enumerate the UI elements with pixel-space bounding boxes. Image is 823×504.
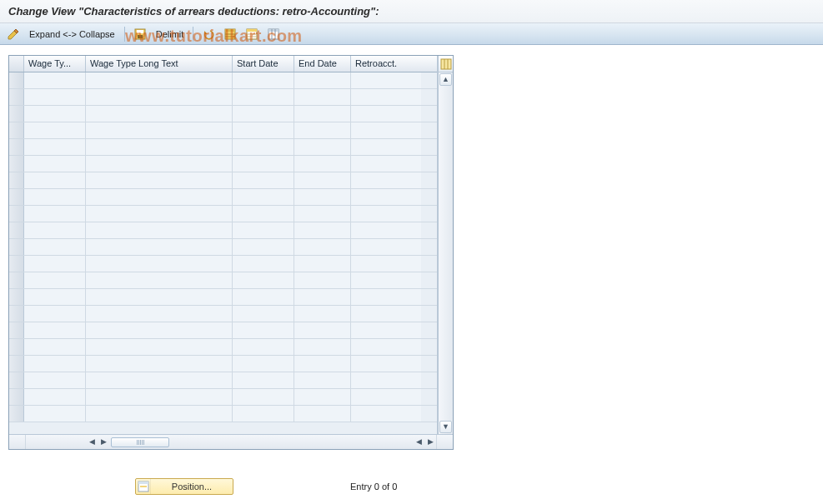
cell-retroacct[interactable]	[351, 189, 421, 205]
expand-collapse-button[interactable]: Expand <-> Collapse	[27, 29, 118, 39]
cell-wage-type-long[interactable]	[86, 356, 233, 372]
cell-end-date[interactable]	[294, 189, 351, 205]
cell-end-date[interactable]	[294, 239, 351, 255]
select-all-icon[interactable]	[222, 26, 238, 42]
cell-start-date[interactable]	[233, 306, 294, 322]
row-selector[interactable]	[9, 356, 24, 372]
row-selector[interactable]	[9, 406, 24, 422]
cell-wage-type-long[interactable]	[86, 222, 233, 238]
cell-retroacct[interactable]	[351, 256, 421, 272]
cell-wage-type-long[interactable]	[86, 156, 233, 172]
row-selector[interactable]	[9, 239, 24, 255]
row-selector[interactable]	[9, 372, 24, 388]
cell-end-date[interactable]	[294, 206, 351, 222]
cell-start-date[interactable]	[233, 289, 294, 305]
cell-wage-type-long[interactable]	[86, 322, 233, 338]
row-selector[interactable]	[9, 189, 24, 205]
cell-wage-type[interactable]	[24, 222, 86, 238]
cell-wage-type[interactable]	[24, 89, 86, 105]
cell-start-date[interactable]	[233, 239, 294, 255]
cell-start-date[interactable]	[233, 122, 294, 138]
cell-end-date[interactable]	[294, 89, 351, 105]
cell-end-date[interactable]	[294, 72, 351, 88]
column-header-wage-type-long[interactable]: Wage Type Long Text	[86, 56, 233, 72]
cell-start-date[interactable]	[233, 106, 294, 122]
row-selector[interactable]	[9, 256, 24, 272]
cell-retroacct[interactable]	[351, 72, 421, 88]
cell-end-date[interactable]	[294, 306, 351, 322]
cell-wage-type-long[interactable]	[86, 406, 233, 422]
cell-wage-type-long[interactable]	[86, 72, 233, 88]
cell-start-date[interactable]	[233, 272, 294, 288]
deselect-all-icon[interactable]	[243, 26, 260, 42]
scroll-left-button[interactable]: ◀	[86, 437, 98, 448]
cell-wage-type[interactable]	[24, 339, 86, 355]
scroll-right-prev-button[interactable]: ◀	[413, 437, 424, 448]
cell-wage-type[interactable]	[24, 122, 86, 138]
edit-icon[interactable]	[5, 26, 22, 42]
cell-retroacct[interactable]	[351, 289, 421, 305]
cell-wage-type[interactable]	[24, 239, 86, 255]
row-selector[interactable]	[9, 289, 24, 305]
cell-retroacct[interactable]	[351, 389, 421, 405]
cell-wage-type-long[interactable]	[86, 106, 233, 122]
row-selector[interactable]	[9, 272, 24, 288]
column-header-retroacct[interactable]: Retroacct.	[351, 56, 421, 72]
cell-end-date[interactable]	[294, 339, 351, 355]
vscroll-track[interactable]	[439, 87, 453, 420]
cell-end-date[interactable]	[294, 389, 351, 405]
cell-wage-type[interactable]	[24, 139, 86, 155]
cell-wage-type[interactable]	[24, 72, 86, 88]
cell-end-date[interactable]	[294, 322, 351, 338]
cell-wage-type-long[interactable]	[86, 89, 233, 105]
cell-wage-type-long[interactable]	[86, 139, 233, 155]
cell-end-date[interactable]	[294, 406, 351, 422]
cell-wage-type-long[interactable]	[86, 389, 233, 405]
cell-retroacct[interactable]	[351, 406, 421, 422]
cell-end-date[interactable]	[294, 289, 351, 305]
cell-retroacct[interactable]	[351, 172, 421, 188]
cell-retroacct[interactable]	[351, 106, 421, 122]
cell-wage-type-long[interactable]	[86, 306, 233, 322]
cell-retroacct[interactable]	[351, 372, 421, 388]
cell-wage-type[interactable]	[24, 206, 86, 222]
undo-icon[interactable]	[200, 26, 217, 42]
cell-start-date[interactable]	[233, 89, 294, 105]
cell-start-date[interactable]	[233, 356, 294, 372]
cell-retroacct[interactable]	[351, 239, 421, 255]
row-selector[interactable]	[9, 222, 24, 238]
cell-end-date[interactable]	[294, 139, 351, 155]
hscroll-thumb[interactable]	[111, 437, 169, 447]
cell-end-date[interactable]	[294, 356, 351, 372]
cell-end-date[interactable]	[294, 222, 351, 238]
cell-start-date[interactable]	[233, 372, 294, 388]
row-selector[interactable]	[9, 89, 24, 105]
row-selector[interactable]	[9, 339, 24, 355]
cell-retroacct[interactable]	[351, 156, 421, 172]
row-selector[interactable]	[9, 72, 24, 88]
cell-retroacct[interactable]	[351, 139, 421, 155]
column-header-start-date[interactable]: Start Date	[233, 56, 294, 72]
cell-start-date[interactable]	[233, 256, 294, 272]
cell-retroacct[interactable]	[351, 272, 421, 288]
cell-wage-type[interactable]	[24, 289, 86, 305]
save-icon[interactable]	[132, 26, 148, 42]
table-settings-icon[interactable]	[265, 26, 282, 42]
row-selector[interactable]	[9, 122, 24, 138]
cell-end-date[interactable]	[294, 272, 351, 288]
cell-end-date[interactable]	[294, 156, 351, 172]
cell-wage-type-long[interactable]	[86, 122, 233, 138]
cell-wage-type[interactable]	[24, 306, 86, 322]
row-selector[interactable]	[9, 389, 24, 405]
cell-wage-type[interactable]	[24, 356, 86, 372]
cell-wage-type-long[interactable]	[86, 239, 233, 255]
cell-retroacct[interactable]	[351, 322, 421, 338]
position-button[interactable]: Position...	[135, 478, 233, 495]
cell-start-date[interactable]	[233, 139, 294, 155]
cell-start-date[interactable]	[233, 206, 294, 222]
cell-retroacct[interactable]	[351, 356, 421, 372]
cell-start-date[interactable]	[233, 156, 294, 172]
cell-wage-type-long[interactable]	[86, 372, 233, 388]
column-header-wage-type[interactable]: Wage Ty...	[24, 56, 86, 72]
cell-retroacct[interactable]	[351, 122, 421, 138]
